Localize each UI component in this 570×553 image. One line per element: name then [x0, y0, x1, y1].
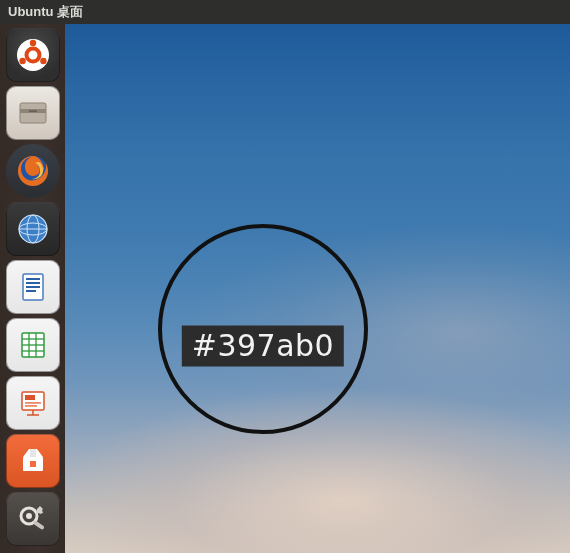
- svg-rect-28: [25, 405, 37, 407]
- svg-point-4: [40, 58, 46, 64]
- spreadsheet-icon: [15, 327, 51, 363]
- svg-rect-7: [29, 111, 37, 112]
- color-picker-hex: #397ab0: [182, 325, 344, 366]
- dash-button[interactable]: [6, 28, 60, 82]
- ubuntu-logo-icon: [15, 37, 51, 73]
- desktop-wallpaper[interactable]: #397ab0: [65, 24, 570, 553]
- svg-point-35: [26, 513, 32, 519]
- writer-button[interactable]: [6, 260, 60, 314]
- svg-rect-33: [30, 449, 36, 457]
- top-panel: Ubuntu 桌面: [0, 0, 570, 24]
- svg-rect-32: [30, 461, 36, 467]
- firefox-button[interactable]: [6, 144, 60, 198]
- svg-rect-27: [25, 402, 41, 404]
- svg-point-2: [29, 40, 35, 46]
- files-button[interactable]: [6, 86, 60, 140]
- svg-rect-16: [26, 282, 40, 284]
- svg-rect-36: [32, 520, 44, 530]
- color-picker-overlay: #397ab0: [158, 224, 368, 434]
- settings-icon: [15, 501, 51, 537]
- document-icon: [15, 269, 51, 305]
- svg-point-3: [19, 58, 25, 64]
- svg-rect-25: [22, 392, 44, 410]
- svg-rect-26: [25, 395, 35, 400]
- globe-icon: [15, 211, 51, 247]
- svg-rect-17: [26, 286, 40, 288]
- firefox-icon: [15, 153, 51, 189]
- presentation-icon: [15, 385, 51, 421]
- web-browser-button[interactable]: [6, 202, 60, 256]
- svg-rect-18: [26, 290, 36, 292]
- calc-button[interactable]: [6, 318, 60, 372]
- file-manager-icon: [15, 95, 51, 131]
- software-center-button[interactable]: [6, 434, 60, 488]
- impress-button[interactable]: [6, 376, 60, 430]
- svg-rect-15: [26, 278, 40, 280]
- launcher: [0, 24, 65, 553]
- window-title: Ubuntu 桌面: [8, 3, 83, 21]
- software-center-icon: [15, 443, 51, 479]
- settings-button[interactable]: [6, 492, 60, 546]
